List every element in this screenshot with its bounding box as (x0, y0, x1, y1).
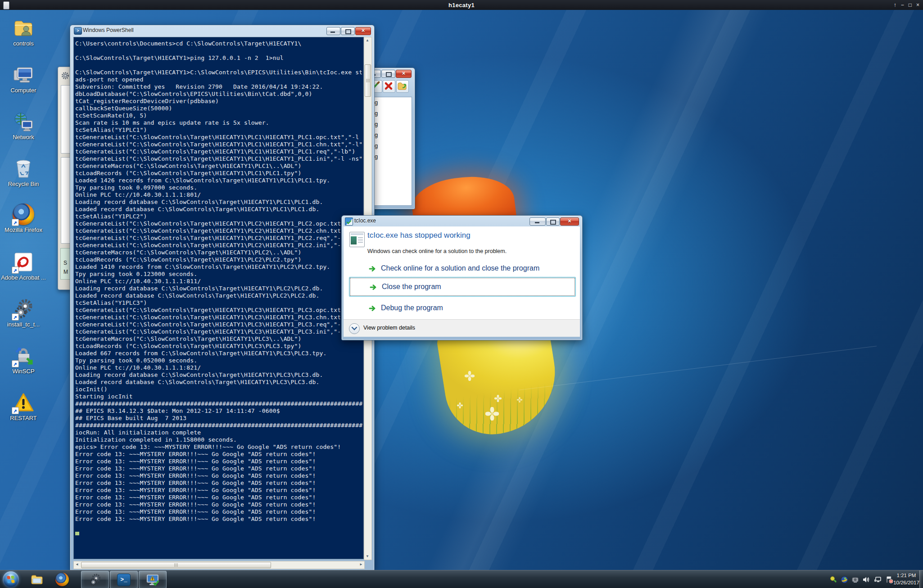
close-button[interactable]: × (396, 70, 412, 78)
scroll-down-icon[interactable]: ▼ (364, 553, 371, 560)
shortcut-arrow-icon (12, 219, 19, 226)
application-window-icon (349, 232, 365, 247)
console-line: tcSetScanRate(10, 5) (75, 112, 364, 119)
debug-program-command-link[interactable]: Debug the program (369, 302, 443, 314)
scrollbar-thumb[interactable] (365, 64, 371, 97)
console-line: tcGenerateMacros("C:\SlowControls\Target… (75, 335, 364, 343)
maximize-button[interactable] (546, 217, 560, 226)
desktop-icon-winscp[interactable]: WinSCP (0, 345, 47, 375)
tray-volume-icon[interactable] (862, 576, 871, 583)
icon-label: Computer (0, 87, 47, 94)
wallpaper-flower (465, 371, 475, 381)
computer-icon (13, 64, 34, 86)
folder-user-icon (13, 17, 34, 39)
scrollbar-thumb[interactable] (81, 562, 271, 568)
console-line: C:\SlowControls\Target\H1ECATY1>C:\SlowC… (75, 69, 364, 76)
minimize-button[interactable] (326, 27, 340, 35)
console-line: Online PLC tc://10.40.30.1.1.1:821/ (75, 364, 364, 371)
console-line: Error code 13: ~~~MYSTERY ERROR!!!~~~ Go… (75, 451, 364, 458)
remote-desktop-screen: h1ecaty1 ↑ − □ × controls Computer (0, 0, 923, 588)
tray-network-icon[interactable] (874, 576, 882, 583)
green-arrow-icon (369, 304, 376, 312)
close-program-command-link[interactable]: Close the program (349, 277, 576, 297)
clipped-text: M (63, 269, 68, 275)
tray-action-center-flag-icon[interactable] (885, 576, 893, 583)
console-line: C:\SlowControls\Target\H1ECATY1>ping 127… (75, 54, 364, 62)
close-icon[interactable]: × (916, 0, 919, 10)
clipped-text: S (63, 260, 67, 266)
taskbar-tcioc-gears-button[interactable] (81, 571, 109, 588)
desktop-icon-computer[interactable]: Computer (0, 64, 47, 94)
minimize-icon[interactable]: − (901, 0, 904, 10)
console-line: tcGenerateMacros("C:\SlowControls\Target… (75, 163, 364, 170)
console-lines: C:\Users\controls\Documents>cd C:\SlowCo… (75, 40, 364, 530)
console-line: tcGenerateList("C:\SlowControls\Target\H… (75, 227, 364, 235)
view-problem-details-link[interactable]: View problem details (363, 325, 415, 331)
desktop-icon-firefox[interactable]: Mozilla Firefox (0, 204, 47, 233)
console-line: Subversion: Committed yes Revision 2790 … (75, 83, 364, 90)
scroll-up-icon[interactable]: ▲ (364, 37, 371, 44)
tray-device-icon[interactable] (851, 576, 859, 583)
check-online-command-link[interactable]: Check online for a solution and close th… (369, 262, 539, 274)
minimize-button[interactable] (529, 217, 546, 226)
close-button[interactable]: × (560, 217, 579, 226)
taskbar-firefox-button[interactable] (50, 570, 74, 588)
chevron-down-icon[interactable] (349, 323, 360, 334)
scroll-left-icon[interactable]: ◄ (74, 561, 80, 568)
desktop-icon-install-tc[interactable]: install_tc_t... (0, 298, 47, 328)
maximize-button[interactable] (341, 27, 355, 35)
dialog-titlebar[interactable]: tcIoc.exe × (342, 216, 582, 226)
console-line: tcGenerateList("C:\SlowControls\Target\H… (75, 141, 364, 148)
window-titlebar[interactable]: > Windows PowerShell × (70, 25, 374, 36)
console-line: Loaded 667 records from C:\SlowControls\… (75, 350, 364, 357)
console-cursor (75, 532, 79, 535)
clock-time: 1:21 PM (893, 572, 919, 579)
dialog-heading: tcIoc.exe has stopped working (367, 231, 471, 240)
desktop-icon-recycle-bin[interactable]: Recycle Bin (0, 158, 47, 187)
console-line: Loaded record database C:\SlowControls\T… (75, 292, 364, 299)
console-line: tcGenerateList("C:\SlowControls\Target\H… (75, 314, 364, 321)
gears-icon (88, 573, 102, 587)
horizontal-scrollbar[interactable]: ◄ ► (73, 561, 365, 569)
delete-x-button[interactable] (383, 80, 395, 93)
console-line: tcLoadRecords ("C:\SlowControls\Target\H… (75, 256, 364, 263)
desktop-icon-network[interactable]: Network (0, 111, 47, 140)
console-line: Scan rate is 10 ms and epics update rate… (75, 119, 364, 127)
restore-icon[interactable]: □ (909, 0, 912, 10)
fullscreen-icon[interactable]: ↑ (894, 0, 896, 10)
console-line: tcLoadRecords ("C:\SlowControls\Target\H… (75, 170, 364, 177)
open-folder-button[interactable] (396, 80, 409, 93)
tray-key-icon[interactable] (830, 576, 837, 583)
taskbar-powershell-button[interactable]: >_ (110, 571, 138, 588)
wallpaper-flower (457, 403, 463, 408)
console-line: Tpy parsing took 0.097000 seconds. (75, 184, 364, 191)
dialog-footer: View problem details (344, 319, 580, 337)
taskbar-explorer-button[interactable] (25, 570, 49, 588)
clock-date: 10/26/2017 (893, 579, 919, 586)
taskbar-clock[interactable]: 1:21 PM 10/26/2017 (893, 572, 919, 586)
scroll-right-icon[interactable]: ► (358, 561, 364, 568)
icon-label: Recycle Bin (0, 181, 47, 187)
desktop-icon-controls[interactable]: controls (0, 17, 47, 47)
console-line: tcSetAlias("Y1PLC2") (75, 213, 364, 220)
console-line: tcGenerateMacros("C:\SlowControls\Target… (75, 249, 364, 256)
desktop-icon-adobe-acrobat[interactable]: Adobe Acrobat ... (0, 251, 47, 281)
console-line: Error code 13: ~~~MYSTERY ERROR!!!~~~ Go… (75, 516, 364, 523)
powershell-icon: > (74, 27, 82, 35)
taskbar: >_ 1:21 PM 10/26/2017 (0, 570, 923, 588)
gear-icon (61, 72, 69, 80)
console-line: Tpy parsing took 0.052000 seconds. (75, 357, 364, 364)
taskbar-error-report-button[interactable] (139, 571, 167, 588)
show-desktop-button[interactable] (919, 570, 923, 588)
vnc-title: h1ecaty1 (0, 2, 923, 9)
shortcut-arrow-icon (12, 360, 19, 367)
maximize-button[interactable] (381, 70, 395, 78)
firefox-icon (55, 573, 69, 586)
console-line: tcGenerateList("C:\SlowControls\Target\H… (75, 220, 364, 227)
start-button[interactable] (3, 571, 19, 588)
desktop-icon-restart[interactable]: RESTART (0, 392, 47, 421)
console-output[interactable]: C:\Users\controls\Documents>cd C:\SlowCo… (73, 37, 364, 559)
console-line: tcGenerateList("C:\SlowControls\Target\H… (75, 242, 364, 249)
close-button[interactable]: × (355, 27, 371, 35)
tray-twincat-icon[interactable] (841, 576, 848, 583)
